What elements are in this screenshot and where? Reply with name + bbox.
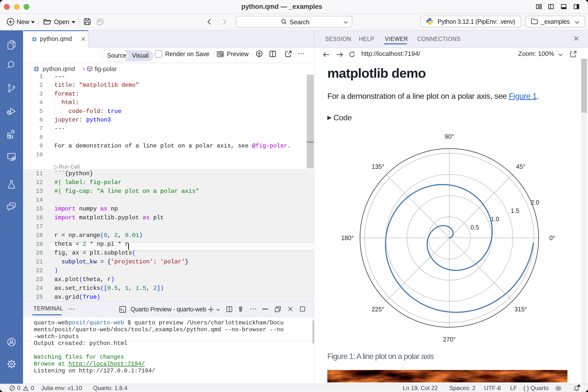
svg-text:45°: 45° [516, 163, 525, 170]
svg-text:1.0: 1.0 [491, 216, 499, 222]
svg-text:180°: 180° [341, 234, 354, 241]
svg-text:1.5: 1.5 [510, 207, 519, 214]
svg-text:315°: 315° [514, 306, 527, 312]
svg-text:270°: 270° [443, 336, 456, 343]
svg-text:135°: 135° [372, 163, 384, 170]
svg-text:90°: 90° [445, 133, 454, 140]
svg-text:225°: 225° [372, 306, 384, 312]
svg-text:2.0: 2.0 [531, 199, 539, 206]
svg-text:0.5: 0.5 [471, 224, 479, 231]
svg-text:0°: 0° [549, 234, 555, 241]
